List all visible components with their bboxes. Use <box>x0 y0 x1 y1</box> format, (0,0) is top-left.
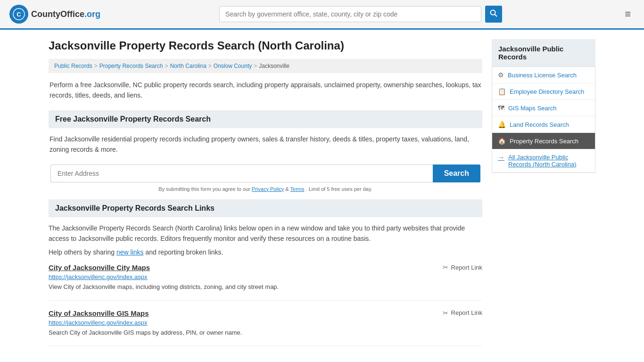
svg-line-3 <box>495 15 497 17</box>
help-text: Help others by sharing new links and rep… <box>49 248 482 256</box>
logo-icon: C <box>9 5 28 24</box>
logo-area: C CountyOffice.org <box>9 5 100 24</box>
book-icon: 📋 <box>498 88 506 95</box>
report-icon: ✂ <box>443 263 448 271</box>
sidebar-item-gis-maps[interactable]: 🗺 GIS Maps Search <box>492 100 595 116</box>
sidebar-item-employee-directory[interactable]: 📋 Employee Directory Search <box>492 83 595 100</box>
breadcrumb-sep-1: > <box>94 63 98 69</box>
breadcrumb-north-carolina[interactable]: North Carolina <box>170 63 206 69</box>
breadcrumb-sep-3: > <box>208 63 212 69</box>
breadcrumb-sep-4: > <box>254 63 257 69</box>
breadcrumb-property-records-search[interactable]: Property Records Search <box>99 63 163 69</box>
report-link-gis-maps[interactable]: ✂ Report Link <box>443 309 482 317</box>
header-search-input[interactable] <box>219 6 481 22</box>
link-item-header: City of Jacksonville City Maps ✂ Report … <box>49 263 482 272</box>
sidebar: Jacksonville Public Records ⚙ Business L… <box>492 39 595 354</box>
property-search-form: Search By submitting this form you agree… <box>49 165 482 192</box>
bell-icon: 🔔 <box>498 121 506 128</box>
header-search-area <box>219 6 502 23</box>
search-icon <box>490 9 497 17</box>
main-container: Jacksonville Property Records Search (No… <box>39 30 605 362</box>
new-links-link[interactable]: new links <box>116 248 144 256</box>
report-icon-2: ✂ <box>443 309 448 317</box>
breadcrumb-sep-2: > <box>165 63 168 69</box>
search-input-row: Search <box>50 165 480 182</box>
links-description: The Jacksonville Property Records Search… <box>49 223 482 244</box>
content-area: Jacksonville Property Records Search (No… <box>49 39 482 354</box>
link-url-gis-maps[interactable]: https://jacksonvillenc.gov/index.aspx <box>49 319 482 326</box>
sidebar-heading: Jacksonville Public Records <box>492 39 595 66</box>
free-search-heading: Free Jacksonville Property Records Searc… <box>49 110 482 128</box>
terms-link[interactable]: Terms <box>290 186 305 192</box>
arrow-icon: → <box>498 154 504 161</box>
logo-text: CountyOffice.org <box>31 9 100 19</box>
logo-svg: C <box>13 8 25 20</box>
sidebar-nav: ⚙ Business License Search 📋 Employee Dir… <box>492 66 595 173</box>
hamburger-menu-icon[interactable]: ≡ <box>621 6 635 22</box>
link-item-gis-maps: City of Jacksonville GIS Maps ✂ Report L… <box>49 309 482 346</box>
sidebar-item-all-records[interactable]: → All Jacksonville Public Records (North… <box>492 149 595 173</box>
links-section: Jacksonville Property Records Search Lin… <box>49 199 482 346</box>
breadcrumb-jacksonville: Jacksonville <box>259 63 289 69</box>
search-button[interactable]: Search <box>433 165 480 182</box>
page-title: Jacksonville Property Records Search (No… <box>49 39 482 52</box>
link-title-gis-maps[interactable]: City of Jacksonville GIS Maps <box>49 309 149 317</box>
link-item-header-2: City of Jacksonville GIS Maps ✂ Report L… <box>49 309 482 317</box>
link-description-city-maps: View City of Jacksonville maps, includin… <box>49 282 482 292</box>
privacy-policy-link[interactable]: Privacy Policy <box>252 186 284 192</box>
link-title-city-maps[interactable]: City of Jacksonville City Maps <box>49 263 150 272</box>
sidebar-item-land-records[interactable]: 🔔 Land Records Search <box>492 116 595 133</box>
sidebar-item-property-records[interactable]: 🏠 Property Records Search <box>492 133 595 149</box>
link-description-gis-maps: Search City of Jacksonville GIS maps by … <box>49 328 482 337</box>
links-section-heading: Jacksonville Property Records Search Lin… <box>49 199 482 217</box>
site-header: C CountyOffice.org ≡ <box>0 0 644 30</box>
sidebar-item-business-license[interactable]: ⚙ Business License Search <box>492 67 595 83</box>
home-icon: 🏠 <box>498 137 506 145</box>
free-search-description: Find Jacksonville residential property r… <box>49 134 482 155</box>
form-disclaimer: By submitting this form you agree to our… <box>50 186 480 192</box>
link-item-city-maps: City of Jacksonville City Maps ✂ Report … <box>49 263 482 301</box>
gear-icon: ⚙ <box>498 71 504 79</box>
map-icon: 🗺 <box>498 104 504 112</box>
link-url-city-maps[interactable]: https://jacksonvillenc.gov/index.aspx <box>49 273 482 280</box>
report-link-city-maps[interactable]: ✂ Report Link <box>443 263 482 271</box>
page-description: Perform a free Jacksonville, NC public p… <box>49 80 482 101</box>
breadcrumb-public-records[interactable]: Public Records <box>54 63 92 69</box>
svg-text:C: C <box>17 11 21 18</box>
header-search-button[interactable] <box>485 6 502 23</box>
breadcrumb-onslow-county[interactable]: Onslow County <box>214 63 252 69</box>
svg-point-2 <box>491 10 495 15</box>
address-input[interactable] <box>50 165 433 182</box>
breadcrumb: Public Records > Property Records Search… <box>49 59 482 73</box>
